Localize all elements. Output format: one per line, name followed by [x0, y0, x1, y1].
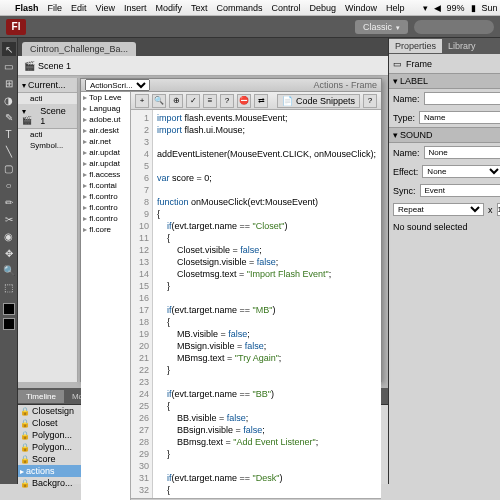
line-numbers: 1234567891011121314151617181920212223242… [131, 110, 153, 498]
actions-title: Actions - Frame [313, 80, 377, 90]
layer-row[interactable]: 🔒Closet [18, 417, 88, 429]
tree-item[interactable]: Languag [81, 103, 130, 114]
auto-format-button[interactable]: ≡ [203, 94, 217, 108]
stroke-color[interactable] [3, 303, 15, 315]
battery-percent: 99% [447, 3, 465, 13]
scene-section[interactable]: ▾ 🎬 Scene 1 [18, 104, 77, 129]
pen-tool[interactable]: ✎ [2, 110, 16, 124]
hand-tool[interactable]: 🔍 [2, 263, 16, 277]
effect-select[interactable]: None [422, 165, 500, 178]
current-section[interactable]: ▾ Current... [18, 78, 77, 93]
menu-edit[interactable]: Edit [71, 3, 87, 13]
check-syntax-button[interactable]: ✓ [186, 94, 200, 108]
layer-row[interactable]: 🔒Closetsign [18, 405, 88, 417]
volume-icon: ◀ [434, 3, 441, 13]
code-editor[interactable]: 1234567891011121314151617181920212223242… [131, 110, 381, 498]
target-button[interactable]: ⊕ [169, 94, 183, 108]
tree-item[interactable]: fl.contro [81, 191, 130, 202]
tree-item[interactable]: air.net [81, 136, 130, 147]
repeat-count-input[interactable] [497, 203, 500, 216]
text-tool[interactable]: T [2, 127, 16, 141]
label-section[interactable]: LABEL [389, 73, 500, 89]
oval-tool[interactable]: ○ [2, 178, 16, 192]
fill-color[interactable] [3, 318, 15, 330]
tree-item[interactable]: fl.contai [81, 180, 130, 191]
app-name[interactable]: Flash [15, 3, 39, 13]
paint-bucket-tool[interactable]: ◉ [2, 229, 16, 243]
lasso-tool[interactable]: ◑ [2, 93, 16, 107]
nav-item[interactable]: acti [18, 129, 77, 140]
layer-row[interactable]: 🔒Polygon... [18, 429, 88, 441]
help-button[interactable]: ? [363, 94, 377, 108]
layer-row[interactable]: 🔒Score [18, 453, 88, 465]
brush-tool[interactable]: ✂ [2, 212, 16, 226]
script-version-select[interactable]: ActionScri... [85, 79, 150, 91]
stage-area: 🎬Scene 1 ▾ Current... acti ▾ 🎬 Scene 1 a… [18, 56, 388, 388]
properties-tab[interactable]: Properties [389, 39, 442, 53]
free-transform-tool[interactable]: ⊞ [2, 76, 16, 90]
tree-item[interactable]: air.deskt [81, 125, 130, 136]
search-field[interactable] [414, 20, 494, 34]
document-tab[interactable]: Cintron_Challenge_Ba... [22, 42, 136, 56]
effect-label: Effect: [393, 167, 418, 177]
sync-label: Sync: [393, 186, 416, 196]
menu-control[interactable]: Control [271, 3, 300, 13]
eraser-tool[interactable]: ✥ [2, 246, 16, 260]
subselection-tool[interactable]: ▭ [2, 59, 16, 73]
script-classes-tree[interactable]: Top Leve Languag adobe.ut air.deskt air.… [81, 92, 131, 500]
line-tool[interactable]: ╲ [2, 144, 16, 158]
menu-file[interactable]: File [48, 3, 63, 13]
menu-modify[interactable]: Modify [155, 3, 182, 13]
code-content[interactable]: import flash.events.MouseEvent; import f… [153, 110, 381, 498]
flash-logo: Fl [6, 19, 26, 35]
label-type-select[interactable]: Name [419, 111, 500, 124]
selection-tool[interactable]: ↖ [2, 42, 16, 56]
tree-item[interactable]: Top Leve [81, 92, 130, 103]
sound-section[interactable]: SOUND [389, 127, 500, 143]
nav-item[interactable]: acti [18, 93, 77, 104]
nav-item[interactable]: Symbol... [18, 140, 77, 151]
no-sound-label: No sound selected [393, 222, 468, 232]
wifi-icon: ▾ [423, 3, 428, 13]
layer-row[interactable]: 🔒Backgro... [18, 477, 88, 489]
menu-debug[interactable]: Debug [309, 3, 336, 13]
timeline-tab[interactable]: Timeline [18, 390, 64, 403]
sync-select[interactable]: Event [420, 184, 500, 197]
tools-panel: ↖ ▭ ⊞ ◑ ✎ T ╲ ▢ ○ ✏ ✂ ◉ ✥ 🔍 ⬚ [0, 38, 18, 484]
collapse-button[interactable]: ⇄ [254, 94, 268, 108]
tree-item[interactable]: fl.core [81, 224, 130, 235]
layers-list[interactable]: 🔒Closetsign 🔒Closet 🔒Polygon... 🔒Polygon… [18, 405, 88, 484]
pencil-tool[interactable]: ✏ [2, 195, 16, 209]
menu-help[interactable]: Help [386, 3, 405, 13]
workspace-switcher[interactable]: Classic [355, 20, 408, 34]
tree-item[interactable]: adobe.ut [81, 114, 130, 125]
tree-item[interactable]: air.updat [81, 158, 130, 169]
menu-commands[interactable]: Commands [216, 3, 262, 13]
scene-label[interactable]: Scene 1 [38, 61, 71, 71]
tree-item[interactable]: air.updat [81, 147, 130, 158]
tree-item[interactable]: fl.contro [81, 202, 130, 213]
tree-item[interactable]: fl.contro [81, 213, 130, 224]
rectangle-tool[interactable]: ▢ [2, 161, 16, 175]
add-script-button[interactable]: + [135, 94, 149, 108]
find-button[interactable]: 🔍 [152, 94, 166, 108]
sound-name-select[interactable]: None [424, 146, 500, 159]
menu-view[interactable]: View [96, 3, 115, 13]
frame-icon: ▭ [393, 59, 402, 69]
repeat-select[interactable]: Repeat [393, 203, 484, 216]
scene-icon: 🎬 [24, 61, 35, 71]
menu-text[interactable]: Text [191, 3, 208, 13]
tree-item[interactable]: fl.access [81, 169, 130, 180]
debug-button[interactable]: ⛔ [237, 94, 251, 108]
label-name-input[interactable] [424, 92, 500, 105]
code-snippets-button[interactable]: 📄Code Snippets [277, 94, 360, 108]
show-hint-button[interactable]: ? [220, 94, 234, 108]
library-tab[interactable]: Library [442, 39, 482, 53]
menu-insert[interactable]: Insert [124, 3, 147, 13]
layer-row[interactable]: 🔒Polygon... [18, 441, 88, 453]
actions-panel: ActionScri... Actions - Frame Top Leve L… [80, 78, 382, 382]
menu-window[interactable]: Window [345, 3, 377, 13]
layer-row-selected[interactable]: ▸actions [18, 465, 88, 477]
symbol-navigator: ▾ Current... acti ▾ 🎬 Scene 1 acti Symbo… [18, 78, 78, 382]
zoom-tool[interactable]: ⬚ [2, 280, 16, 294]
